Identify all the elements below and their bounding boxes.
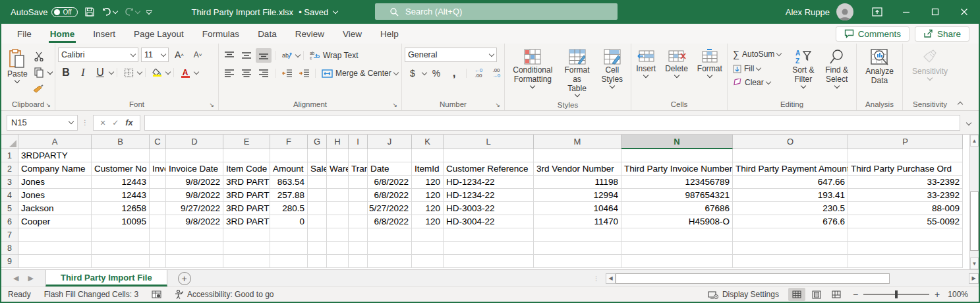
row-header-1[interactable]: 1: [1, 149, 18, 162]
cell-P7[interactable]: [848, 228, 963, 242]
cell-E8[interactable]: [223, 242, 270, 255]
cell-I1[interactable]: [349, 149, 368, 162]
cell-J7[interactable]: [368, 228, 412, 242]
collapse-ribbon-button[interactable]: [958, 102, 963, 107]
italic-button[interactable]: I: [75, 65, 91, 80]
number-dialog-launcher[interactable]: ↘: [495, 102, 500, 108]
cell-J2[interactable]: Date: [368, 162, 412, 176]
cell-E9[interactable]: [223, 255, 270, 268]
cell-N7[interactable]: [621, 228, 733, 242]
cell-I4[interactable]: [349, 189, 368, 202]
font-size-select[interactable]: 11: [141, 48, 169, 62]
cell-N9[interactable]: [621, 255, 733, 268]
increase-decimal-button[interactable]: ←0.00: [471, 66, 486, 81]
cell-L3[interactable]: HD-1234-22: [444, 176, 534, 189]
decrease-font-button[interactable]: A˅: [190, 48, 206, 62]
ribbon-tab-page-layout[interactable]: Page Layout: [125, 26, 193, 42]
cell-M6[interactable]: 11470: [534, 215, 621, 228]
cell-P3[interactable]: 33-2392: [848, 176, 963, 189]
ribbon-tab-view[interactable]: View: [333, 26, 371, 42]
search-input[interactable]: Search (Alt+Q): [375, 3, 618, 20]
cell-C6[interactable]: [150, 215, 166, 228]
cell-N6[interactable]: H45908-O: [621, 215, 733, 228]
font-color-button[interactable]: A: [177, 65, 193, 80]
cell-O6[interactable]: 676.6: [733, 215, 848, 228]
row-header-9[interactable]: 9: [1, 255, 18, 268]
cell-E2[interactable]: Item Code: [223, 162, 270, 176]
scroll-left-button[interactable]: ◀: [606, 273, 616, 284]
font-name-select[interactable]: Calibri: [58, 48, 138, 62]
column-header-C[interactable]: C: [150, 135, 166, 149]
autosum-button[interactable]: ∑AutoSum: [730, 48, 786, 61]
cell-H2[interactable]: Ware: [327, 162, 349, 176]
cell-B8[interactable]: [92, 242, 150, 255]
cell-M1[interactable]: [534, 149, 621, 162]
column-header-G[interactable]: G: [308, 135, 327, 149]
vertical-scroll-thumb[interactable]: [970, 191, 979, 251]
cell-F5[interactable]: 280.5: [270, 202, 308, 215]
cell-H5[interactable]: [327, 202, 349, 215]
cell-L5[interactable]: HD-3003-22: [444, 202, 534, 215]
row-header-4[interactable]: 4: [1, 189, 18, 202]
cell-B2[interactable]: Customer No: [92, 162, 150, 176]
cell-P4[interactable]: 33-2392: [848, 189, 963, 202]
cell-D2[interactable]: Invoice Date: [166, 162, 223, 176]
cell-C3[interactable]: [150, 176, 166, 189]
ribbon-tab-data[interactable]: Data: [248, 26, 286, 42]
cell-D7[interactable]: [166, 228, 223, 242]
cell-F3[interactable]: 863.54: [270, 176, 308, 189]
cell-P9[interactable]: [848, 255, 963, 268]
cell-H7[interactable]: [327, 228, 349, 242]
cell-C8[interactable]: [150, 242, 166, 255]
row-header-8[interactable]: 8: [1, 242, 18, 255]
cell-styles-button[interactable]: Cell Styles: [596, 46, 628, 90]
cell-C1[interactable]: [150, 149, 166, 162]
orientation-dropdown-icon[interactable]: [295, 51, 301, 57]
column-header-F[interactable]: F: [270, 135, 308, 149]
cell-D3[interactable]: 9/8/2022: [166, 176, 223, 189]
cell-E1[interactable]: [223, 149, 270, 162]
cell-H8[interactable]: [327, 242, 349, 255]
format-as-table-button[interactable]: Format as Table: [560, 46, 595, 99]
cell-E3[interactable]: 3RD PARTY: [223, 176, 270, 189]
cell-N5[interactable]: 67686: [621, 202, 733, 215]
top-align-button[interactable]: [221, 48, 237, 63]
middle-align-button[interactable]: [239, 48, 254, 63]
cell-D9[interactable]: [166, 255, 223, 268]
currency-dropdown-icon[interactable]: [422, 69, 427, 75]
cell-A5[interactable]: Jackson: [18, 202, 92, 215]
cell-K4[interactable]: 120: [412, 189, 444, 202]
underline-button[interactable]: U: [92, 65, 108, 80]
ribbon-tab-home[interactable]: Home: [41, 26, 84, 42]
cell-F6[interactable]: 0: [270, 215, 308, 228]
tab-splitter-handle[interactable]: ⋮: [593, 277, 599, 280]
horizontal-scrollbar[interactable]: ◀ ▶: [606, 272, 979, 285]
cell-N2[interactable]: Third Party Invoice Number: [621, 162, 733, 176]
zoom-level[interactable]: 100%: [948, 290, 972, 299]
flash-fill-options-button[interactable]: [145, 290, 168, 299]
cell-J1[interactable]: [368, 149, 412, 162]
cell-M8[interactable]: [534, 242, 621, 255]
cell-O4[interactable]: 193.41: [733, 189, 848, 202]
close-button[interactable]: [950, 0, 979, 24]
decrease-decimal-button[interactable]: .00→0: [488, 66, 504, 81]
currency-button[interactable]: $: [405, 66, 420, 81]
prev-sheet-button[interactable]: ◀: [13, 274, 18, 283]
format-as-table-dropdown-icon[interactable]: [574, 92, 579, 97]
bottom-align-button[interactable]: [256, 48, 272, 63]
cell-G9[interactable]: [308, 255, 327, 268]
avatar[interactable]: [836, 3, 853, 20]
cell-M4[interactable]: 12994: [534, 189, 621, 202]
cell-G2[interactable]: Sale: [308, 162, 327, 176]
cell-A3[interactable]: Jones: [18, 176, 92, 189]
cell-P2[interactable]: Third Party Purchase Ord: [848, 162, 963, 176]
underline-dropdown-icon[interactable]: [109, 69, 114, 74]
cell-A8[interactable]: [18, 242, 92, 255]
column-header-N[interactable]: N: [621, 135, 733, 149]
sort-filter-button[interactable]: AZ Sort & Filter: [786, 46, 820, 90]
cell-A9[interactable]: [18, 255, 92, 268]
customize-qat-button[interactable]: [146, 10, 152, 15]
column-header-O[interactable]: O: [733, 135, 848, 149]
increase-indent-button[interactable]: [296, 66, 312, 81]
cell-E7[interactable]: [223, 228, 270, 242]
